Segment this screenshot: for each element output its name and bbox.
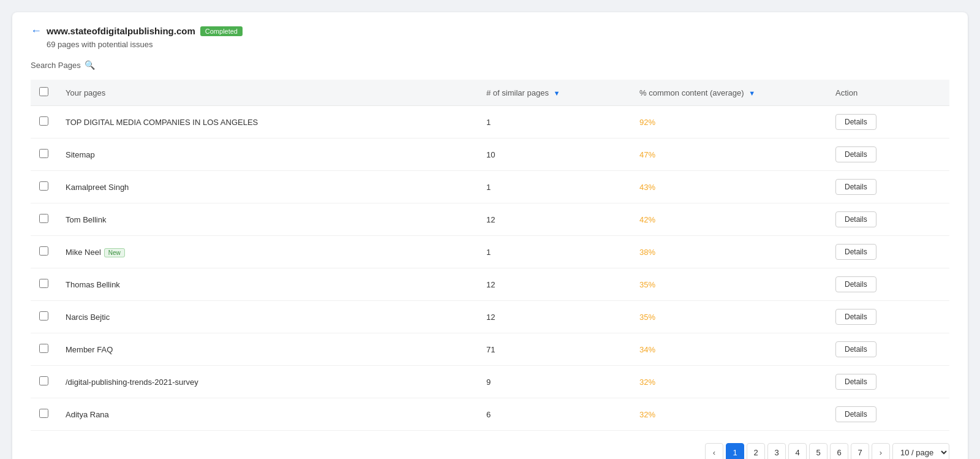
table-row: TOP DIGITAL MEDIA COMPANIES IN LOS ANGEL… <box>31 106 949 138</box>
similar-count: 1 <box>478 106 631 138</box>
row-checkbox[interactable] <box>39 344 48 353</box>
prev-page-button[interactable]: ‹ <box>705 443 723 459</box>
page-button-3[interactable]: 3 <box>767 443 786 459</box>
row-checkbox[interactable] <box>39 116 48 126</box>
common-pct: 35% <box>631 301 827 333</box>
details-button[interactable]: Details <box>835 244 876 260</box>
sort-arrow-common: ▼ <box>748 89 755 97</box>
common-pct: 32% <box>631 366 827 398</box>
details-button[interactable]: Details <box>835 276 876 292</box>
common-pct: 32% <box>631 398 827 431</box>
subtitle: 69 pages with potential issues <box>47 40 949 49</box>
row-checkbox[interactable] <box>39 149 48 158</box>
details-button[interactable]: Details <box>835 211 876 227</box>
table-row: Tom Bellink1242%Details <box>31 203 949 236</box>
similar-count: 12 <box>478 268 631 301</box>
table-row: Mike NeelNew138%Details <box>31 236 949 268</box>
details-button[interactable]: Details <box>835 179 876 195</box>
details-button[interactable]: Details <box>835 374 876 390</box>
status-badge: Completed <box>200 26 243 36</box>
table-header: Your pages # of similar pages ▼ % common… <box>31 80 949 106</box>
table-row: Aditya Rana632%Details <box>31 398 949 431</box>
page-button-5[interactable]: 5 <box>809 443 827 459</box>
table-row: Sitemap1047%Details <box>31 138 949 171</box>
page-name: Aditya Rana <box>57 398 478 431</box>
row-checkbox[interactable] <box>39 409 48 418</box>
row-checkbox[interactable] <box>39 279 48 288</box>
pagination: ‹ 1 2 3 4 5 6 7 › 10 / page 20 / page 50… <box>31 443 949 459</box>
search-row: Search Pages 🔍 <box>31 60 949 70</box>
page-name: Sitemap <box>57 138 478 171</box>
common-pct: 47% <box>631 138 827 171</box>
page-name: /digital-publishing-trends-2021-survey <box>57 366 478 398</box>
search-icon[interactable]: 🔍 <box>85 60 95 70</box>
select-all-header <box>31 80 57 106</box>
similar-count: 9 <box>478 366 631 398</box>
next-page-button[interactable]: › <box>872 443 890 459</box>
details-button[interactable]: Details <box>835 146 876 162</box>
details-button[interactable]: Details <box>835 341 876 357</box>
similar-count: 1 <box>478 171 631 203</box>
sort-arrow-similar: ▼ <box>554 89 560 97</box>
common-pct: 92% <box>631 106 827 138</box>
page-button-7[interactable]: 7 <box>851 443 869 459</box>
similar-count: 10 <box>478 138 631 171</box>
new-badge: New <box>104 248 125 257</box>
page-button-2[interactable]: 2 <box>747 443 765 459</box>
common-pct: 42% <box>631 203 827 236</box>
common-pct: 43% <box>631 171 827 203</box>
page-name: TOP DIGITAL MEDIA COMPANIES IN LOS ANGEL… <box>57 106 478 138</box>
page-name: Mike NeelNew <box>57 236 478 268</box>
page-name: Member FAQ <box>57 333 478 366</box>
common-pct: 38% <box>631 236 827 268</box>
similar-count: 71 <box>478 333 631 366</box>
page-name: Narcis Bejtic <box>57 301 478 333</box>
col-header-pages: Your pages <box>57 80 478 106</box>
page-name: Kamalpreet Singh <box>57 171 478 203</box>
row-checkbox[interactable] <box>39 376 48 385</box>
row-checkbox[interactable] <box>39 246 48 256</box>
similar-count: 12 <box>478 301 631 333</box>
page-button-6[interactable]: 6 <box>830 443 848 459</box>
similar-count: 1 <box>478 236 631 268</box>
table-row: Thomas Bellink1235%Details <box>31 268 949 301</box>
similar-count: 12 <box>478 203 631 236</box>
per-page-select[interactable]: 10 / page 20 / page 50 / page <box>892 443 949 459</box>
back-row: ← www.stateofdigitalpublishing.com Compl… <box>31 25 949 37</box>
col-header-common[interactable]: % common content (average) ▼ <box>631 80 827 106</box>
back-button[interactable]: ← <box>31 25 42 37</box>
pages-table: Your pages # of similar pages ▼ % common… <box>31 80 949 431</box>
table-row: /digital-publishing-trends-2021-survey93… <box>31 366 949 398</box>
row-checkbox[interactable] <box>39 214 48 223</box>
header-section: ← www.stateofdigitalpublishing.com Compl… <box>31 25 949 49</box>
col-header-action: Action <box>827 80 949 106</box>
row-checkbox[interactable] <box>39 311 48 321</box>
page-button-4[interactable]: 4 <box>788 443 807 459</box>
select-all-checkbox[interactable] <box>39 87 48 96</box>
col-header-similar[interactable]: # of similar pages ▼ <box>478 80 631 106</box>
details-button[interactable]: Details <box>835 309 876 325</box>
table-body: TOP DIGITAL MEDIA COMPANIES IN LOS ANGEL… <box>31 106 949 431</box>
table-row: Kamalpreet Singh143%Details <box>31 171 949 203</box>
site-url: www.stateofdigitalpublishing.com <box>47 26 195 36</box>
page-button-1[interactable]: 1 <box>726 443 744 459</box>
page-name: Tom Bellink <box>57 203 478 236</box>
row-checkbox[interactable] <box>39 181 48 191</box>
similar-count: 6 <box>478 398 631 431</box>
search-label: Search Pages <box>31 61 81 70</box>
page-name: Thomas Bellink <box>57 268 478 301</box>
main-container: ← www.stateofdigitalpublishing.com Compl… <box>12 12 968 459</box>
common-pct: 34% <box>631 333 827 366</box>
details-button[interactable]: Details <box>835 406 876 422</box>
table-row: Narcis Bejtic1235%Details <box>31 301 949 333</box>
table-row: Member FAQ7134%Details <box>31 333 949 366</box>
details-button[interactable]: Details <box>835 114 876 130</box>
common-pct: 35% <box>631 268 827 301</box>
